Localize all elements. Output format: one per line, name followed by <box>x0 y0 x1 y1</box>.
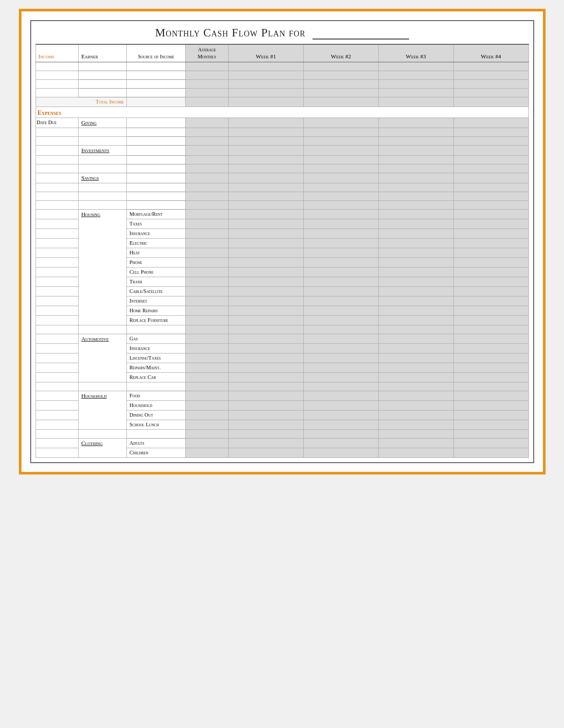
income-col-2 <box>36 71 79 80</box>
giving-avg[interactable] <box>186 118 229 128</box>
week1-col-2[interactable] <box>228 71 303 80</box>
savings-row-2 <box>36 183 528 192</box>
week3-col-3[interactable] <box>378 80 453 89</box>
header-earner: Earner <box>79 44 127 62</box>
giving-blank-2 <box>79 128 127 137</box>
investments-row-2 <box>36 156 528 164</box>
week3-col-4[interactable] <box>378 89 453 97</box>
household-item-3: School Lunch <box>126 420 185 430</box>
clothing-label: Clothing <box>79 439 127 458</box>
income-col-1 <box>36 62 79 71</box>
savings-label: Savings <box>79 173 127 183</box>
investments-row-1: Investments <box>36 146 528 156</box>
investments-label: Investments <box>79 146 127 156</box>
week1-col-3[interactable] <box>228 80 303 89</box>
housing-item-7: Trash <box>126 277 185 287</box>
source-col-3[interactable] <box>126 80 185 89</box>
earner-col-2[interactable] <box>79 71 127 80</box>
week2-col-2[interactable] <box>303 71 378 80</box>
household-item-0: Food <box>126 391 185 401</box>
housing-item-5: Phone <box>126 258 185 268</box>
week2-col-4[interactable] <box>303 89 378 97</box>
total-avg[interactable] <box>186 97 229 107</box>
title-underline <box>313 25 409 39</box>
savings-row-3 <box>36 192 528 201</box>
avg-col-4[interactable] <box>186 89 229 97</box>
savings-row-1: Savings <box>36 173 528 183</box>
giving-week3[interactable] <box>378 118 453 128</box>
housing-item-1: Taxes <box>126 219 185 229</box>
giving-header-row: Date Due Giving <box>36 118 528 128</box>
main-table: Income Earner Source of Income Average M… <box>36 44 529 458</box>
expenses-header-row: Expenses <box>36 107 528 118</box>
automotive-label: Automotive <box>79 334 127 382</box>
auto-item-4: Replace Car <box>126 373 185 382</box>
header-week1: Week #1 <box>228 44 303 62</box>
avg-col-3[interactable] <box>186 80 229 89</box>
housing-item-9: Internet <box>126 296 185 306</box>
source-col-4[interactable] <box>126 89 185 97</box>
income-col-3 <box>36 80 79 89</box>
total-week2[interactable] <box>303 97 378 107</box>
auto-item-1: Insurance <box>126 344 185 353</box>
housing-item-4: Heat <box>126 248 185 258</box>
earner-col-4[interactable] <box>79 89 127 97</box>
household-label: Household <box>79 391 127 430</box>
week3-col-2[interactable] <box>378 71 453 80</box>
source-col-1[interactable] <box>126 62 185 71</box>
week1-col-4[interactable] <box>228 89 303 97</box>
week4-col-1[interactable] <box>453 62 528 71</box>
housing-item-10: Home Repairs <box>126 306 185 316</box>
housing-blank-row <box>36 325 528 334</box>
income-row-2 <box>36 71 528 80</box>
source-col-2[interactable] <box>126 71 185 80</box>
inner-border: Monthly Cash Flow Plan for Income Earner… <box>30 20 534 463</box>
date-due-label: Date Due <box>36 118 79 128</box>
housing-item-6: Cell Phone <box>126 268 185 277</box>
housing-item-8: Cable/Satellite <box>126 287 185 296</box>
income-col-4 <box>36 89 79 97</box>
earner-col-3[interactable] <box>79 80 127 89</box>
avg-col-1[interactable] <box>186 62 229 71</box>
total-income-row: Total Income <box>36 97 528 107</box>
automotive-row-gas: Automotive Gas <box>36 334 528 344</box>
page-title: Monthly Cash Flow Plan for <box>36 25 529 39</box>
total-income-spacer <box>126 97 185 107</box>
header-week2: Week #2 <box>303 44 378 62</box>
household-row-food: Household Food <box>36 391 528 401</box>
income-row-4 <box>36 89 528 97</box>
auto-item-3: Repairs/Maint. <box>126 363 185 373</box>
week4-col-3[interactable] <box>453 80 528 89</box>
expenses-section: Expenses <box>36 107 528 118</box>
header-average: Average Monthly <box>186 44 229 62</box>
week3-col-1[interactable] <box>378 62 453 71</box>
giving-source[interactable] <box>126 118 185 128</box>
week4-col-2[interactable] <box>453 71 528 80</box>
investments-row-3 <box>36 164 528 173</box>
week1-col-1[interactable] <box>228 62 303 71</box>
household-blank-row <box>36 430 528 439</box>
total-week4[interactable] <box>453 97 528 107</box>
week2-col-3[interactable] <box>303 80 378 89</box>
housing-label: Housing <box>79 210 127 325</box>
clothing-row-adults: Clothing Adults <box>36 439 528 448</box>
header-source: Source of Income <box>126 44 185 62</box>
housing-item-0: Mortgage/Rent <box>126 210 185 219</box>
week2-col-1[interactable] <box>303 62 378 71</box>
giving-week2[interactable] <box>303 118 378 128</box>
auto-item-0: Gas <box>126 334 185 344</box>
total-week3[interactable] <box>378 97 453 107</box>
housing-item-3: Electric <box>126 239 185 248</box>
total-week1[interactable] <box>228 97 303 107</box>
income-row-3 <box>36 80 528 89</box>
income-row-1 <box>36 62 528 71</box>
giving-week1[interactable] <box>228 118 303 128</box>
giving-source-2[interactable] <box>126 128 185 137</box>
outer-border: Monthly Cash Flow Plan for Income Earner… <box>19 9 546 475</box>
giving-week4[interactable] <box>453 118 528 128</box>
week4-col-4[interactable] <box>453 89 528 97</box>
earner-col-1[interactable] <box>79 62 127 71</box>
housing-item-2: Insurance <box>126 229 185 239</box>
avg-col-2[interactable] <box>186 71 229 80</box>
giving-date-2[interactable] <box>36 128 79 137</box>
